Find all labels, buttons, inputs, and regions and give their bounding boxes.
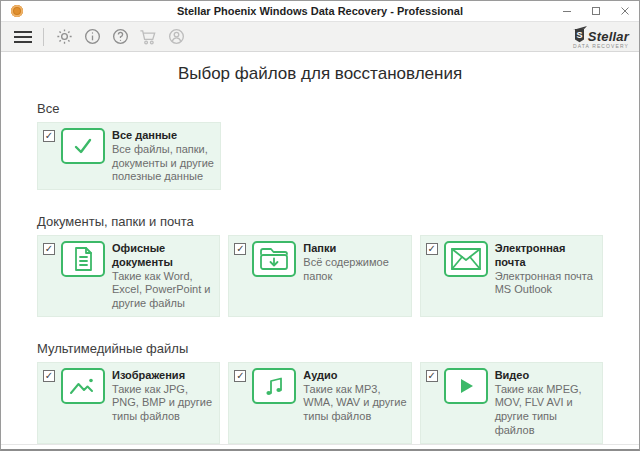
card-title: Офисные документы: [112, 242, 215, 270]
checkbox-audio[interactable]: ✓: [234, 370, 246, 382]
image-icon: [61, 368, 105, 404]
card-office-documents[interactable]: ✓ Офисные документы Такие как Word, Exce…: [37, 235, 220, 317]
card-description: Такие как Word, Excel, PowerPoint и друг…: [112, 270, 215, 311]
toolbar: S Stellar DATA RECOVERY: [1, 21, 639, 52]
menu-icon[interactable]: [11, 25, 35, 49]
checkbox-office-documents[interactable]: ✓: [43, 243, 55, 255]
card-title: Электронная почта: [495, 242, 598, 270]
card-title: Видео: [495, 369, 598, 383]
info-icon[interactable]: [80, 25, 104, 49]
section-label: Мультимедийные файлы: [37, 341, 603, 356]
footer-bar: Далее: [1, 445, 639, 451]
card-description: Всё содержимое папок: [303, 256, 406, 284]
card-description: Электронная почта MS Outlook: [495, 270, 598, 298]
card-description: Такие как JPG, PNG, BMP и другие типы фа…: [112, 383, 215, 424]
svg-text:S: S: [576, 29, 582, 39]
card-title: Изображения: [112, 369, 215, 383]
page-title: Выбор файлов для восстановления: [37, 52, 603, 86]
stellar-logo: S Stellar DATA RECOVERY: [572, 25, 629, 49]
card-images[interactable]: ✓ Изображения Такие как JPG, PNG, BMP и …: [37, 362, 220, 444]
card-title: Папки: [303, 242, 406, 256]
toolbar-divider: [43, 28, 44, 46]
card-all-data[interactable]: ✓ Все данные Все файлы, папки, документы…: [37, 122, 221, 190]
card-title: Аудио: [303, 369, 406, 383]
section-documents: Документы, папки и почта ✓ О: [37, 214, 603, 317]
card-description: Такие как MPEG, MOV, FLV AVI и другие ти…: [495, 383, 598, 438]
checkbox-folders[interactable]: ✓: [234, 243, 246, 255]
card-description: Все файлы, папки, документы и другие пол…: [112, 143, 216, 184]
settings-gear-icon[interactable]: [52, 25, 76, 49]
help-icon[interactable]: [108, 25, 132, 49]
logo-name: Stellar: [588, 30, 629, 43]
card-title: Все данные: [112, 129, 216, 143]
audio-icon: [252, 368, 296, 404]
section-all: Все ✓ Все данные Все файлы, папки, докум…: [37, 101, 603, 190]
app-window: Stellar Phoenix Windows Data Recovery - …: [0, 0, 640, 451]
checkbox-email[interactable]: ✓: [426, 243, 438, 255]
section-multimedia: Мультимедийные файлы ✓ Изображения Такие…: [37, 341, 603, 444]
main-content: Выбор файлов для восстановления Все ✓ Вс…: [1, 52, 639, 445]
check-icon: [61, 128, 105, 164]
checkbox-all-data[interactable]: ✓: [43, 130, 55, 142]
card-audio[interactable]: ✓ Аудио Такие как MP3, WMA, WAV и другие…: [228, 362, 411, 444]
checkbox-images[interactable]: ✓: [43, 370, 55, 382]
logo-tagline: DATA RECOVERY: [573, 44, 629, 49]
section-label: Документы, папки и почта: [37, 214, 603, 229]
folder-icon: [252, 241, 296, 277]
document-icon: [61, 241, 105, 277]
card-description: Такие как MP3, WMA, WAV и другие типы фа…: [303, 383, 406, 424]
user-icon[interactable]: [164, 25, 188, 49]
cart-icon[interactable]: [136, 25, 160, 49]
checkbox-video[interactable]: ✓: [426, 370, 438, 382]
card-email[interactable]: ✓ Электронная почта Электронная почта MS…: [420, 235, 603, 317]
window-title: Stellar Phoenix Windows Data Recovery - …: [1, 5, 639, 17]
video-play-icon: [444, 368, 488, 404]
card-video[interactable]: ✓ Видео Такие как MPEG, MOV, FLV AVI и д…: [420, 362, 603, 444]
card-folders[interactable]: ✓ Папки Всё содержимое папок: [228, 235, 411, 317]
titlebar: Stellar Phoenix Windows Data Recovery - …: [1, 1, 639, 21]
stellar-badge-icon: S: [572, 25, 588, 43]
section-label: Все: [37, 101, 603, 116]
email-icon: [444, 241, 488, 277]
